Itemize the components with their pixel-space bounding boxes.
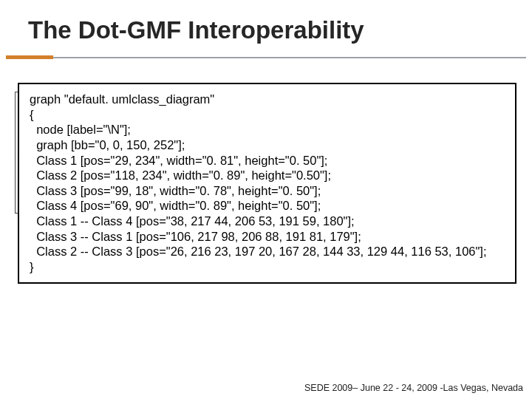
slide-title: The Dot-GMF Interoperability: [0, 0, 532, 50]
title-rule: [0, 50, 532, 64]
accent-bar: [6, 55, 53, 59]
code-line: graph "default. umlclass_diagram": [30, 92, 505, 107]
code-line: {: [30, 107, 505, 123]
slide-footer: SEDE 2009– June 22 - 24, 2009 -Las Vegas…: [304, 383, 523, 393]
diagram-area: GMF Editor Graphviz Dot GMF Editor graph…: [9, 83, 523, 338]
code-line: Class 1 [pos="29, 234", width="0. 81", h…: [30, 153, 505, 168]
code-line: Class 2 [pos="118, 234", width="0. 89", …: [30, 168, 505, 183]
code-line: Class 3 [pos="99, 18", width="0. 78", he…: [30, 183, 505, 199]
code-line: Class 2 -- Class 3 [pos="26, 216 23, 197…: [30, 244, 505, 259]
code-line: Class 1 -- Class 4 [pos="38, 217 44, 206…: [30, 214, 505, 229]
divider-bar: [53, 57, 526, 58]
code-line: Class 4 [pos="69, 90", width="0. 89", he…: [30, 198, 505, 214]
dot-code-box: graph "default. umlclass_diagram" { node…: [18, 83, 516, 284]
slide: The Dot-GMF Interoperability GMF Editor …: [0, 0, 532, 399]
code-line: node [label="\N"];: [30, 122, 505, 137]
code-line: }: [30, 259, 505, 275]
code-line: Class 3 -- Class 1 [pos="106, 217 98, 20…: [30, 229, 505, 245]
code-line: graph [bb="0, 0, 150, 252"];: [30, 137, 505, 153]
